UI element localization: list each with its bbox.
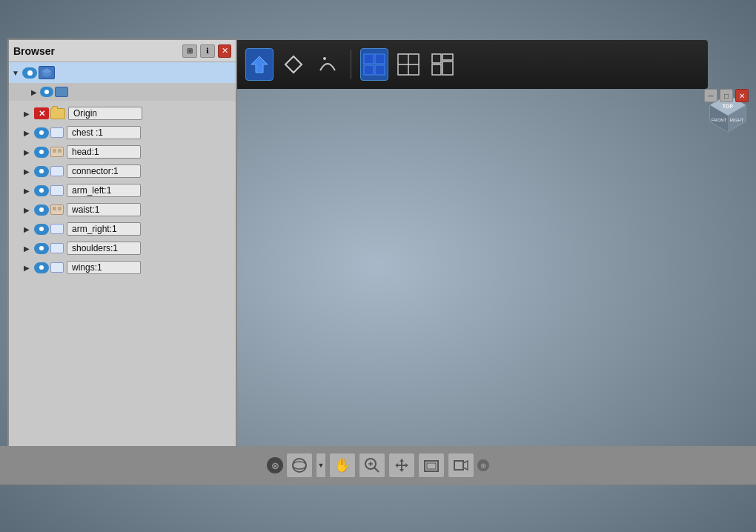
svg-point-63 [293, 459, 306, 472]
svg-text:RIGHT: RIGHT [730, 118, 744, 122]
camera-tool-button[interactable] [448, 453, 474, 478]
tree-item-arm-left[interactable]: ▶ arm_left:1 [9, 181, 236, 200]
svg-rect-52 [442, 61, 453, 75]
group-icon-head [50, 147, 64, 157]
svg-marker-41 [285, 56, 302, 73]
browser-grid-button[interactable]: ⊞ [182, 44, 197, 58]
tree-item-connector[interactable]: ▶ connector:1 [9, 162, 236, 181]
svg-text:FRONT: FRONT [712, 118, 727, 122]
tree-expand-icon[interactable]: ▶ [31, 88, 37, 96]
expand-icon-arm-left[interactable]: ▶ [24, 187, 31, 195]
box-icon-chest [50, 127, 64, 138]
svg-point-42 [323, 57, 326, 60]
svg-rect-44 [375, 54, 385, 64]
svg-rect-53 [432, 64, 441, 75]
zoom-tool-button[interactable] [359, 453, 385, 478]
item-label-head: head:1 [67, 145, 141, 159]
group-icon-waist [50, 205, 64, 215]
expand-icon-connector[interactable]: ▶ [24, 167, 31, 176]
panel-minimize-button[interactable]: ─ [704, 89, 717, 102]
expand-icon-origin[interactable]: ▶ [24, 110, 31, 118]
svg-text:TOP: TOP [723, 104, 734, 109]
eye-blue-icon-waist[interactable] [34, 205, 49, 216]
tree-item-origin[interactable]: ▶ ✕ Origin [9, 104, 236, 123]
folder-icon [50, 108, 65, 119]
browser-close-button[interactable]: ✕ [218, 44, 231, 58]
orbit-tool-button[interactable] [286, 453, 313, 478]
expand-icon-arm-right[interactable]: ▶ [24, 225, 31, 233]
toolbar-end-indicator: ⊕ [477, 459, 489, 471]
eye-blue-icon-arm-left[interactable] [34, 185, 49, 196]
item-label-wings: wings:1 [67, 261, 141, 274]
panel-close-button[interactable]: ✕ [735, 89, 749, 102]
expand-icon-shoulders[interactable]: ▶ [24, 245, 31, 253]
grid2-tool-button[interactable] [394, 48, 422, 81]
tree-item-arm-right[interactable]: ▶ arm_right:1 [9, 219, 236, 239]
svg-rect-46 [375, 65, 385, 75]
svg-rect-45 [364, 65, 374, 75]
item-label-arm-right: arm_right:1 [67, 222, 141, 236]
tree-items: ▶ ✕ Origin ▶ chest :1 ▶ [9, 101, 236, 280]
svg-marker-71 [454, 461, 463, 470]
eye-blue-icon-arm-right[interactable] [34, 224, 49, 235]
tree-sub-expand[interactable]: ▶ [9, 83, 236, 101]
item-label-connector: connector:1 [67, 164, 141, 178]
item-label-chest: chest :1 [67, 126, 141, 139]
browser-info-button[interactable]: ℹ [200, 44, 215, 58]
eye-blue-icon-head[interactable] [34, 147, 49, 158]
item-label-waist: waist:1 [67, 203, 141, 216]
box-icon-connector [50, 166, 64, 176]
tree-item-wings[interactable]: ▶ wings:1 [9, 258, 236, 277]
box-icon-shoulders [50, 243, 64, 253]
expand-icon-chest[interactable]: ▶ [24, 129, 31, 137]
svg-rect-70 [427, 463, 436, 469]
rotate-tool-button[interactable] [279, 48, 308, 81]
root-cube-icon [39, 66, 55, 79]
browser-title: Browser [13, 45, 179, 57]
box-icon-arm-left [50, 185, 64, 196]
tree-item-chest[interactable]: ▶ chest :1 [9, 123, 236, 142]
bottom-toolbar: ⊗ ▼ ✋ [0, 446, 756, 485]
orbit-dropdown-button[interactable]: ▼ [316, 453, 326, 478]
box-icon-arm-right [50, 224, 64, 234]
browser-panel: Browser ⊞ ℹ ✕ ▼ ▶ [7, 39, 237, 457]
expand-icon-head[interactable]: ▶ [24, 148, 31, 156]
eye-blue-icon-connector[interactable] [34, 166, 49, 177]
tree-expand-root[interactable]: ▼ [12, 69, 19, 77]
item-label-arm-left: arm_left:1 [67, 184, 141, 197]
curve-tool-button[interactable] [314, 48, 342, 81]
eye-blue-icon-chest[interactable] [34, 127, 49, 139]
tree-item-waist[interactable]: ▶ waist:1 [9, 200, 236, 219]
eye-blue-icon-shoulders[interactable] [34, 243, 49, 254]
cancel-button[interactable]: ⊗ [267, 457, 283, 473]
item-label-shoulders: shoulders:1 [67, 242, 141, 255]
sub-eye-icon[interactable] [40, 87, 53, 97]
svg-rect-43 [364, 54, 374, 64]
eye-blue-icon-wings[interactable] [34, 262, 49, 273]
svg-rect-51 [442, 54, 453, 60]
select-tool-button[interactable] [245, 48, 273, 81]
frame-tool-button[interactable] [418, 453, 445, 478]
root-eye-icon[interactable] [22, 67, 37, 79]
panel-controls: ─ □ ✕ [704, 89, 749, 102]
eye-red-icon[interactable]: ✕ [34, 107, 49, 119]
svg-rect-50 [432, 54, 441, 63]
move-tool-button[interactable] [388, 453, 415, 478]
browser-header: Browser ⊞ ℹ ✕ [9, 40, 236, 62]
pan-tool-button[interactable]: ✋ [329, 453, 356, 478]
svg-line-66 [374, 468, 379, 472]
box-icon-wings [50, 262, 64, 273]
panel-restore-button[interactable]: □ [720, 89, 733, 102]
tree-item-head[interactable]: ▶ head:1 [9, 142, 236, 162]
tree-item-shoulders[interactable]: ▶ shoulders:1 [9, 239, 236, 258]
svg-point-64 [293, 462, 306, 469]
toolbar-divider-2 [351, 50, 351, 79]
item-label-origin: Origin [68, 107, 142, 120]
sub-cube-icon [55, 87, 68, 97]
multi-tool-button[interactable] [428, 48, 457, 81]
expand-icon-waist[interactable]: ▶ [24, 206, 31, 214]
grid-tool-button[interactable] [360, 48, 388, 81]
expand-icon-wings[interactable]: ▶ [24, 264, 31, 272]
svg-marker-40 [251, 56, 268, 73]
tree-root-item[interactable]: ▼ [9, 62, 236, 83]
